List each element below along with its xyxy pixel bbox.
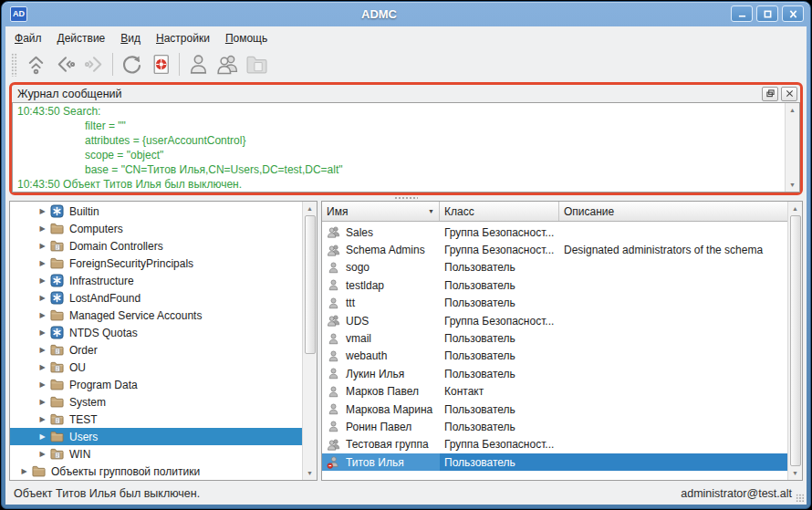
- expander-icon[interactable]: ▶: [19, 467, 29, 475]
- table-row[interactable]: UDS Группа Безопасност...: [322, 312, 788, 329]
- column-header-description[interactable]: Описание: [559, 202, 788, 221]
- menu-item-Действие[interactable]: Действие: [57, 32, 106, 45]
- expander-icon[interactable]: ▶: [37, 450, 47, 458]
- column-header-name[interactable]: Имя ▼: [322, 202, 440, 221]
- table-row[interactable]: webauth Пользователь: [322, 348, 788, 365]
- message-log-dock: Журнал сообщений 10:43:50 Search:filter …: [9, 82, 803, 195]
- scroll-down-icon[interactable]: ▼: [786, 179, 799, 191]
- resize-grip[interactable]: [796, 494, 805, 503]
- scroll-down-icon[interactable]: ▼: [303, 467, 317, 479]
- filter-button[interactable]: [146, 50, 175, 78]
- tree-scrollbar-thumb[interactable]: [305, 215, 316, 354]
- object-name: ttt: [346, 297, 355, 309]
- expander-icon[interactable]: ▶: [37, 432, 47, 441]
- close-dock-button[interactable]: [781, 87, 797, 101]
- message-log-header: Журнал сообщений: [12, 85, 800, 102]
- folder-icon: [50, 378, 64, 391]
- column-header-class[interactable]: Класс: [440, 202, 559, 221]
- float-dock-button[interactable]: [762, 87, 778, 101]
- menu-item-Файл[interactable]: Файл: [15, 32, 42, 45]
- table-scrollbar[interactable]: ▲ ▼: [787, 202, 802, 480]
- log-scrollbar[interactable]: ▲ ▼: [785, 103, 799, 192]
- tree-item-lostandfound[interactable]: ▶ LostAndFound: [10, 289, 303, 307]
- tree-item-win[interactable]: ▶ WIN: [10, 445, 303, 463]
- table-scrollbar-thumb[interactable]: [790, 215, 801, 466]
- tree-item-system[interactable]: ▶ System: [10, 393, 303, 411]
- message-log-view[interactable]: 10:43:50 Search:filter = ""attributes = …: [12, 102, 800, 193]
- cell-class: Пользователь: [440, 349, 559, 362]
- tree-item-domain-controllers[interactable]: ▶ Domain Controllers: [10, 237, 303, 255]
- menu-item-Вид[interactable]: Вид: [120, 32, 141, 45]
- scroll-down-icon[interactable]: ▼: [788, 467, 802, 479]
- table-row[interactable]: sogo Пользователь: [322, 259, 788, 276]
- expander-icon[interactable]: ▶: [37, 311, 47, 319]
- tree-item-program-data[interactable]: ▶ Program Data: [10, 376, 303, 393]
- tree-item-foreignsecurityprincipals[interactable]: ▶ ForeignSecurityPrincipals: [10, 255, 303, 272]
- expander-icon[interactable]: ▶: [37, 207, 47, 215]
- table-row[interactable]: Тестовая группа Группа Безопасност...: [322, 436, 788, 453]
- refresh-button[interactable]: [117, 50, 146, 78]
- expander-icon[interactable]: ▶: [37, 380, 47, 389]
- titlebar[interactable]: AD ADMC: [2, 2, 810, 26]
- user-icon: [327, 385, 340, 399]
- scroll-up-icon[interactable]: ▲: [303, 203, 317, 214]
- cell-class: Пользователь: [440, 368, 559, 380]
- minimize-button[interactable]: [731, 5, 753, 22]
- cell-name: Schema Admins: [322, 241, 440, 258]
- window-content: ФайлДействиеВидНастройкиПомощь Журнал со…: [5, 26, 807, 505]
- create-user-icon: [187, 53, 210, 76]
- tree-scrollbar[interactable]: ▲ ▼: [302, 202, 317, 480]
- forward-button: [79, 50, 109, 78]
- table-header: Имя ▼ Класс Описание: [322, 202, 788, 222]
- toolbar-drag-handle[interactable]: [11, 53, 17, 77]
- menu-item-Помощь[interactable]: Помощь: [225, 32, 267, 45]
- cell-name: webauth: [322, 348, 440, 365]
- tree-item-users[interactable]: ▶ Users: [10, 428, 303, 445]
- expander-icon[interactable]: ▶: [37, 259, 47, 267]
- expander-icon[interactable]: ▶: [37, 242, 47, 250]
- create-group-icon: [216, 53, 239, 76]
- tree-item-label: Program Data: [69, 379, 138, 391]
- close-button[interactable]: [782, 5, 804, 22]
- table-row[interactable]: vmail Пользователь: [322, 329, 788, 347]
- tree-item-computers[interactable]: ▶ Computers: [10, 220, 303, 237]
- tree-item-order[interactable]: ▶ Order: [10, 341, 303, 359]
- table-row[interactable]: Sales Группа Безопасност...: [322, 224, 788, 241]
- go-up-button[interactable]: [21, 50, 50, 78]
- table-row[interactable]: Schema Admins Группа Безопасност... Desi…: [322, 241, 788, 258]
- table-row[interactable]: Лукин Илья Пользователь: [322, 365, 788, 382]
- tree-item-infrastructure[interactable]: ▶ Infrastructure: [10, 272, 303, 289]
- create-user-button[interactable]: [183, 50, 213, 78]
- expander-icon[interactable]: ▶: [37, 363, 47, 371]
- scroll-up-icon[interactable]: ▲: [786, 104, 799, 116]
- expander-icon[interactable]: ▶: [37, 415, 47, 423]
- container-icon: [50, 326, 64, 339]
- table-row[interactable]: Ронин Павел Пользователь: [322, 418, 788, 435]
- toolbar-separator: [112, 53, 113, 76]
- expander-icon[interactable]: ▶: [37, 328, 47, 337]
- expander-icon[interactable]: ▶: [37, 346, 47, 354]
- table-row[interactable]: testldap Пользователь: [322, 276, 788, 294]
- user-icon: [327, 297, 340, 310]
- tree-item-ntds-quotas[interactable]: ▶ NTDS Quotas: [10, 324, 303, 341]
- tree-item-объекты-групповой-политики[interactable]: ▶ Объекты групповой политики: [10, 463, 303, 480]
- expander-icon[interactable]: ▶: [37, 224, 47, 233]
- tree-item-ou[interactable]: ▶ OU: [10, 359, 303, 376]
- expander-icon[interactable]: ▶: [37, 398, 47, 406]
- table-row[interactable]: ttt Пользователь: [322, 295, 788, 312]
- expander-icon[interactable]: ▶: [37, 294, 47, 302]
- maximize-button[interactable]: [756, 5, 778, 22]
- tree-item-managed-service-accounts[interactable]: ▶ Managed Service Accounts: [10, 307, 303, 324]
- back-button[interactable]: [50, 50, 79, 78]
- tree-item-label: ForeignSecurityPrincipals: [69, 257, 193, 270]
- table-row[interactable]: Марков Павел Контакт: [322, 383, 788, 401]
- create-group-button[interactable]: [213, 50, 242, 78]
- cell-class: Пользователь: [440, 403, 559, 416]
- table-row[interactable]: Титов Илья Пользователь: [322, 453, 788, 471]
- table-row[interactable]: Маркова Марина Пользователь: [322, 401, 788, 418]
- tree-item-test[interactable]: ▶ TEST: [10, 411, 303, 428]
- menu-item-Настройки[interactable]: Настройки: [156, 32, 210, 45]
- expander-icon[interactable]: ▶: [37, 276, 47, 285]
- scroll-up-icon[interactable]: ▲: [788, 203, 802, 214]
- tree-item-builtin[interactable]: ▶ Builtin: [10, 203, 303, 220]
